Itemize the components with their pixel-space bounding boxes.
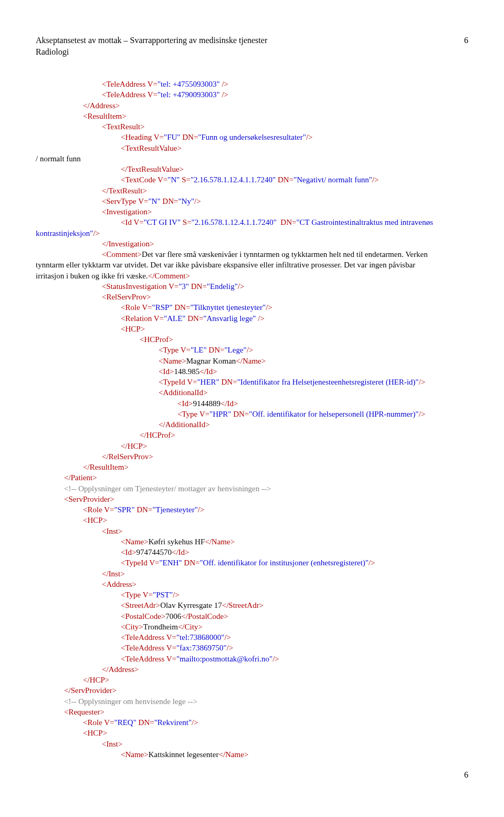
- code-line: </Address>: [102, 664, 468, 675]
- document-page: Akseptansetest av mottak – Svarrapporter…: [0, 0, 504, 801]
- code-line: </Investigation>: [102, 239, 468, 249]
- code-line: </Address>: [83, 100, 468, 111]
- code-line: <ResultItem>: [83, 111, 468, 121]
- header-title: Akseptansetest av mottak – Svarrapporter…: [36, 36, 267, 45]
- code-line: <Role V="RSP" DN="Tilknyttet tjenesteyte…: [121, 302, 468, 313]
- code-line: <HCP>: [83, 515, 468, 525]
- code-line: </HCP>: [121, 441, 468, 451]
- code-line: <Inst>: [102, 739, 468, 749]
- code-line: <Name>Kattskinnet legesenter</Name>: [121, 749, 468, 760]
- code-line: <Inst>: [102, 526, 468, 536]
- code-line: <!-- Opplysninger om Tjenesteyter/ motta…: [64, 483, 468, 494]
- header: Akseptansetest av mottak – Svarrapporter…: [36, 36, 468, 45]
- code-line: <Id>148.985</Id>: [159, 366, 468, 377]
- code-line: </HCP>: [83, 675, 468, 685]
- code-line: <Requester>: [64, 707, 468, 717]
- xml-content-block: <TeleAddress V="tel: +4755093003" /><Tel…: [36, 79, 468, 760]
- code-line: </RelServProv>: [102, 451, 468, 462]
- code-line: <TeleAddress V="fax:73869750"/>: [121, 643, 468, 653]
- code-line: kontrastinjeksjon"/>: [36, 228, 468, 239]
- code-line: <Name>Magnar Koman</Name>: [159, 356, 468, 366]
- code-line: <Name>Køfri sykehus HF</Name>: [121, 536, 468, 547]
- code-line: <ServProvider>: [64, 494, 468, 504]
- code-line: <StatusInvestigation V="3" DN="Endelig"/…: [102, 281, 468, 292]
- code-line: <TeleAddress V="tel: +4790093003" />: [102, 89, 468, 100]
- code-line: <Address>: [102, 579, 468, 590]
- code-line: <Role V="REQ" DN="Rekvirent"/>: [83, 717, 468, 728]
- code-line: <Heading V="FU" DN="Funn og undersøkelse…: [121, 132, 468, 142]
- code-line: <TeleAddress V="tel:73868000"/>: [121, 632, 468, 643]
- code-line: <Comment>Det var flere små væskenivåer i…: [102, 249, 468, 260]
- code-line: <Id>974744570</Id>: [121, 547, 468, 557]
- code-line: <ServType V="N" DN="Ny"/>: [102, 196, 468, 206]
- code-line: <TypeId V="ENH" DN="Off. identifikator f…: [121, 557, 468, 568]
- code-line: <PostalCode>7006</PostalCode>: [121, 611, 468, 622]
- code-line: <TypeId V="HER" DN="Identifikator fra He…: [159, 377, 468, 387]
- code-line: tynntarm eller tykktarm var utvidet. Det…: [36, 260, 468, 270]
- code-line: </Patient>: [64, 472, 468, 483]
- header-subtitle: Radiologi: [36, 47, 468, 57]
- code-line: </AdditionalId>: [159, 419, 468, 430]
- code-line: <Type V="PST"/>: [121, 590, 468, 600]
- code-line: <HCProf>: [140, 334, 468, 345]
- code-line: <TextResult>: [102, 121, 468, 132]
- code-line: / normalt funn: [36, 153, 468, 164]
- code-line: <HCP>: [83, 728, 468, 738]
- code-line: <HCP>: [121, 324, 468, 334]
- code-line: <TeleAddress V="tel: +4755093003" />: [102, 79, 468, 89]
- code-line: </ServProvider>: [64, 685, 468, 696]
- code-line: <AdditionalId>: [159, 387, 468, 398]
- code-line: <Role V="SPR" DN="Tjenesteyter"/>: [83, 504, 468, 515]
- code-line: <Id>9144889</Id>: [177, 398, 468, 409]
- code-line: <TextResultValue>: [121, 143, 468, 153]
- code-line: <Type V="HPR" DN="Off. identifikator for…: [177, 409, 468, 419]
- code-line: <RelServProv>: [102, 292, 468, 302]
- code-line: <City>Trondheim</City>: [121, 622, 468, 632]
- code-line: </Inst>: [102, 568, 468, 579]
- page-number-top: 6: [464, 36, 468, 45]
- code-line: irritasjon i buken og ikke fri væske.</C…: [36, 271, 468, 281]
- code-line: <TeleAddress V="mailto:postmottak@kofri.…: [121, 654, 468, 664]
- code-line: <Relation V="ALE" DN="Ansvarlig lege" />: [121, 313, 468, 324]
- code-line: <TextCode V="N" S="2.16.578.1.12.4.1.1.7…: [121, 174, 468, 185]
- code-line: </TextResult>: [102, 185, 468, 196]
- code-line: <Type V="LE" DN="Lege"/>: [159, 345, 468, 355]
- code-line: <Id V="CT GI IV" S="2.16.578.1.12.4.1.1.…: [121, 217, 468, 227]
- code-line: <!-- Opplysninger om henvisende lege -->: [64, 696, 468, 707]
- code-line: <Investigation>: [102, 206, 468, 217]
- code-line: </TextResultValue>: [121, 164, 468, 174]
- page-number-bottom: 6: [36, 770, 468, 780]
- code-line: <StreetAdr>Olav Kyrresgate 17</StreetAdr…: [121, 600, 468, 611]
- code-line: </ResultItem>: [83, 462, 468, 472]
- code-line: </HCProf>: [140, 430, 468, 440]
